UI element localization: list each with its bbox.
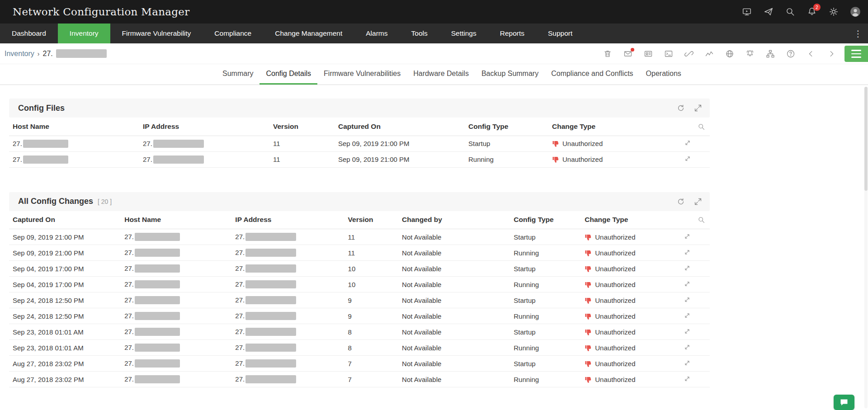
config-change-row[interactable]: Sep 23, 2018 01:01 AM 27. 27. 8 Not Avai… [9, 340, 710, 356]
topology-sitemap-icon[interactable] [765, 49, 775, 59]
cell-ip-address: 27. [231, 340, 344, 356]
compare-diff-icon[interactable] [683, 359, 691, 367]
settings-gear-icon[interactable] [828, 6, 839, 17]
activity-sparkline-icon[interactable] [704, 49, 714, 59]
config-change-row[interactable]: Sep 24, 2018 12:50 PM 27. 27. 9 Not Avai… [9, 308, 710, 324]
col-change-type: Change Type [581, 211, 680, 229]
compare-diff-icon[interactable] [683, 311, 691, 320]
all-config-changes-panel: All Config Changes [ 20 ] Captured On [9, 192, 710, 388]
cell-changed-by: Not Available [398, 292, 510, 308]
redacted-host [135, 233, 180, 241]
compare-diff-icon[interactable] [684, 155, 692, 163]
config-file-row[interactable]: 27. 27. 11 Sep 09, 2019 21:00 PM Running… [9, 151, 710, 167]
compare-diff-icon[interactable] [684, 139, 692, 147]
help-icon[interactable] [786, 49, 796, 59]
nav-item-support[interactable]: Support [536, 24, 584, 43]
chevron-right-icon[interactable] [826, 49, 836, 59]
notifications-bell-icon[interactable]: 2 [807, 6, 817, 17]
all-config-changes-header: All Config Changes [ 20 ] [9, 192, 710, 211]
reload-icon[interactable] [676, 104, 685, 113]
launch-icon[interactable] [763, 6, 774, 17]
cell-config-type: Startup [510, 324, 581, 340]
cell-changed-by: Not Available [398, 261, 510, 277]
nav-item-settings[interactable]: Settings [439, 24, 488, 43]
vertical-scrollbar[interactable] [864, 87, 868, 408]
tab-backup-summary[interactable]: Backup Summary [475, 64, 545, 85]
expand-icon[interactable] [693, 197, 703, 206]
chat-feedback-button[interactable] [834, 395, 854, 410]
tab-firmware-vulnerabilities[interactable]: Firmware Vulnerabilities [317, 64, 407, 85]
nav-item-dashboard[interactable]: Dashboard [0, 24, 58, 43]
cell-version: 11 [269, 151, 335, 167]
cell-version: 7 [344, 356, 399, 372]
scrollbar-thumb[interactable] [864, 87, 868, 191]
screen-share-icon[interactable] [741, 6, 752, 17]
nav-item-firmware-vulnerability[interactable]: Firmware Vulnerability [110, 24, 203, 43]
delete-trash-icon[interactable] [603, 49, 613, 59]
config-change-row[interactable]: Aug 27, 2018 23:02 PM 27. 27. 7 Not Avai… [9, 356, 710, 372]
config-change-row[interactable]: Aug 27, 2018 23:02 PM 27. 27. 7 Not Avai… [9, 372, 710, 387]
cell-actions [680, 372, 710, 387]
config-file-row[interactable]: 27. 27. 11 Sep 09, 2019 21:00 PM Startup… [9, 136, 710, 151]
table-search-icon[interactable] [681, 118, 710, 136]
config-change-row[interactable]: Sep 23, 2018 01:01 AM 27. 27. 8 Not Avai… [9, 324, 710, 340]
expand-icon[interactable] [693, 104, 703, 113]
more-menu-icon[interactable]: ⋮ [848, 24, 868, 43]
table-search-icon[interactable] [680, 211, 710, 229]
breadcrumb-inventory-link[interactable]: Inventory [5, 50, 34, 58]
menu-toggle-button[interactable] [844, 46, 868, 62]
compare-diff-icon[interactable] [683, 280, 691, 288]
chevron-left-icon[interactable] [806, 49, 816, 59]
cell-change-type: Unauthorized [581, 308, 680, 324]
cell-version: 8 [344, 340, 399, 356]
tab-summary[interactable]: Summary [216, 64, 259, 85]
terminal-icon[interactable] [664, 49, 674, 59]
panel-actions [676, 104, 703, 113]
cell-changed-by: Not Available [398, 245, 510, 261]
nav-item-alarms[interactable]: Alarms [354, 24, 399, 43]
cell-actions [680, 261, 710, 277]
reload-icon[interactable] [676, 197, 685, 206]
nav-item-change-management[interactable]: Change Management [263, 24, 354, 43]
search-icon[interactable] [785, 6, 796, 17]
tab-compliance-and-conflicts[interactable]: Compliance and Conflicts [545, 64, 639, 85]
cell-ip-address: 27. [231, 277, 344, 292]
redacted-host [135, 264, 180, 273]
alarm-bell-icon[interactable] [745, 49, 755, 59]
mail-icon[interactable] [623, 49, 633, 59]
config-change-row[interactable]: Sep 09, 2019 21:00 PM 27. 27. 11 Not Ava… [9, 229, 710, 245]
compare-diff-icon[interactable] [683, 327, 691, 335]
nav-item-reports[interactable]: Reports [488, 24, 536, 43]
nav-item-compliance[interactable]: Compliance [203, 24, 263, 43]
cell-captured-on: Sep 09, 2019 21:00 PM [335, 151, 465, 167]
config-change-row[interactable]: Sep 24, 2018 12:50 PM 27. 27. 9 Not Avai… [9, 292, 710, 308]
cell-config-type: Startup [510, 261, 581, 277]
config-files-panel: Config Files Host Name IP Address [9, 99, 710, 168]
cell-change-type: Unauthorized [581, 261, 680, 277]
config-files-body: 27. 27. 11 Sep 09, 2019 21:00 PM Startup… [9, 136, 710, 167]
redacted-ip [153, 156, 204, 164]
user-avatar[interactable] [850, 6, 861, 17]
tab-hardware-details[interactable]: Hardware Details [407, 64, 475, 85]
compare-diff-icon[interactable] [683, 343, 691, 351]
config-change-row[interactable]: Sep 04, 2019 17:00 PM 27. 27. 10 Not Ava… [9, 261, 710, 277]
cell-ip-address: 27. [231, 261, 344, 277]
compare-diff-icon[interactable] [683, 296, 691, 304]
tab-operations[interactable]: Operations [640, 64, 688, 85]
nav-item-inventory[interactable]: Inventory [58, 24, 110, 43]
config-change-row[interactable]: Sep 09, 2019 21:00 PM 27. 27. 11 Not Ava… [9, 245, 710, 261]
globe-icon[interactable] [725, 49, 735, 59]
cell-ip-address: 27. [139, 136, 269, 151]
compare-diff-icon[interactable] [683, 248, 691, 256]
tab-config-details[interactable]: Config Details [259, 64, 317, 85]
cell-actions [680, 292, 710, 308]
link-icon[interactable] [684, 49, 694, 59]
compare-diff-icon[interactable] [683, 264, 691, 272]
compare-diff-icon[interactable] [683, 232, 691, 240]
config-change-row[interactable]: Sep 04, 2019 17:00 PM 27. 27. 10 Not Ava… [9, 277, 710, 292]
compare-diff-icon[interactable] [683, 375, 691, 383]
topbar: Network Configuration Manager 2 [0, 0, 868, 24]
nav-item-tools[interactable]: Tools [400, 24, 439, 43]
media-card-icon[interactable] [643, 49, 653, 59]
col-captured-on: Captured On [9, 211, 121, 229]
